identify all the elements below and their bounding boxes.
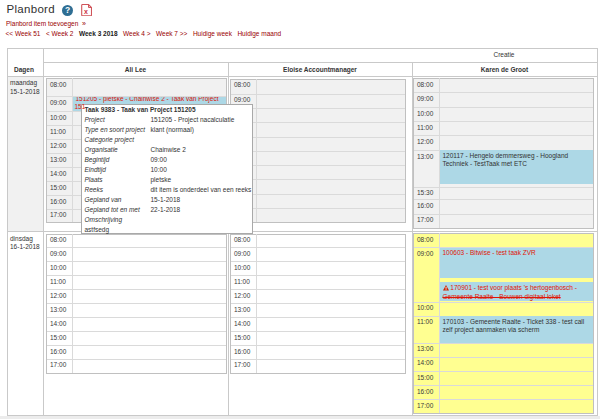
- svg-text:x: x: [84, 8, 88, 15]
